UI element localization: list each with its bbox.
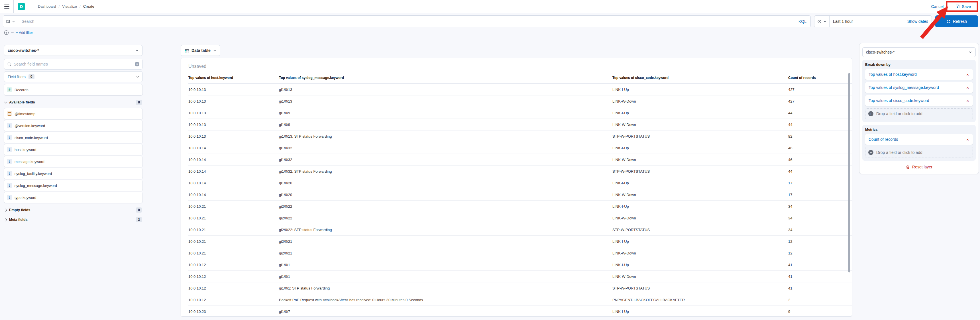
cell-cisco-code: LINK-W-Down	[612, 193, 788, 197]
chart-type-label: Data table	[191, 48, 211, 53]
remove-dimension-icon[interactable]	[966, 85, 969, 90]
metrics-group: Metrics Count of records Drop a field or…	[862, 125, 976, 161]
remove-dimension-icon[interactable]	[966, 98, 969, 103]
kql-language-button[interactable]: KQL	[799, 19, 810, 24]
cell-syslog-message: gi1/0/9	[279, 111, 612, 115]
table-row: 10.0.10.14 gi1/0/20 LINK-W-Down 17	[188, 189, 852, 201]
cell-host: 10.0.10.13	[188, 111, 279, 115]
visualization-title: Unsaved	[188, 64, 852, 69]
layer-index-pattern-select[interactable]: cisco-switches-*	[862, 47, 976, 57]
dimension-chip[interactable]: Top values of cisco_code.keyword	[865, 95, 973, 106]
number-field-icon	[7, 87, 12, 92]
cell-count: 2	[788, 298, 852, 302]
field-item[interactable]: @version.keyword	[4, 120, 143, 131]
data-table: Top values of host.keyword Top values of…	[188, 76, 852, 317]
records-field-item[interactable]: Records	[4, 84, 143, 95]
meta-fields-header[interactable]: Meta fields 3	[4, 217, 143, 222]
layer-config-panel: cisco-switches-* Break down by Top value…	[859, 43, 978, 174]
workspace: Data table Unsaved Top values of host.ke…	[181, 45, 852, 317]
cell-syslog-message: gi2/0/22: STP status Forwarding	[279, 228, 612, 232]
menu-icon[interactable]	[4, 5, 10, 8]
column-header-host[interactable]: Top values of host.keyword	[188, 76, 279, 80]
search-input[interactable]	[18, 19, 799, 24]
filter-icon[interactable]	[4, 30, 9, 35]
show-dates-button[interactable]: Show dates	[907, 19, 932, 24]
dashboard-app-logo[interactable]: D	[18, 3, 25, 10]
add-filter-button[interactable]: + Add filter	[16, 31, 33, 35]
clear-search-icon[interactable]	[135, 62, 139, 66]
metrics-label: Metrics	[865, 128, 973, 132]
table-row: 10.0.10.12 gi1/0/1 LINK-I-Up 41	[188, 259, 852, 271]
field-name: @timestamp	[14, 112, 35, 116]
vertical-scrollbar[interactable]	[848, 73, 850, 272]
cell-cisco-code: LINK-W-Down	[612, 216, 788, 220]
cell-host: 10.0.10.21	[188, 251, 279, 255]
breadcrumb: Dashboard Visualize Create	[38, 4, 94, 8]
cell-cisco-code: STP-W-PORTSTATUS	[612, 228, 788, 232]
cell-host: 10.0.10.14	[188, 158, 279, 162]
table-row: 10.0.10.21 gi2/0/22 LINK-I-Up 34	[188, 201, 852, 212]
available-fields-count: 8	[136, 100, 142, 105]
field-search-input[interactable]	[14, 62, 132, 66]
field-item[interactable]: syslog_message.keyword	[4, 180, 143, 191]
meta-fields-label: Meta fields	[9, 218, 28, 222]
dimension-label: Top values of cisco_code.keyword	[869, 98, 929, 103]
refresh-button-label: Refresh	[953, 19, 967, 24]
field-item[interactable]: @timestamp	[4, 108, 143, 119]
quick-time-menu[interactable]	[815, 16, 829, 27]
remove-dimension-icon[interactable]	[966, 72, 969, 77]
dimension-chip[interactable]: Top values of syslog_message.keyword	[865, 82, 973, 93]
remove-dimension-icon[interactable]	[966, 137, 969, 142]
saved-query-menu[interactable]	[3, 16, 18, 27]
dimension-chip[interactable]: Top values of host.keyword	[865, 69, 973, 80]
field-type-icon	[7, 111, 12, 116]
field-item[interactable]: message.keyword	[4, 156, 143, 167]
field-type-icon	[7, 159, 12, 164]
chevron-down-icon	[213, 49, 216, 52]
breadcrumb-dashboard[interactable]: Dashboard	[38, 4, 56, 8]
saved-query-icon	[6, 19, 10, 24]
cell-cisco-code: PNPAGENT-I-BACKOFFCALLBACKAFTER	[612, 298, 788, 302]
empty-fields-header[interactable]: Empty fields 0	[4, 207, 143, 213]
column-header-cisco-code[interactable]: Top values of cisco_code.keyword	[612, 76, 788, 80]
field-item[interactable]: type.keyword	[4, 192, 143, 203]
nav-divider	[13, 0, 14, 13]
reset-layer-button[interactable]: Reset layer	[862, 165, 976, 169]
metrics-drop-zone[interactable]: Drop a field or click to add	[865, 147, 973, 158]
field-item[interactable]: syslog_facility.keyword	[4, 168, 143, 179]
cell-host: 10.0.10.23	[188, 309, 279, 314]
cell-cisco-code: STP-W-PORTSTATUS	[612, 169, 788, 174]
field-item[interactable]: cisco_code.keyword	[4, 132, 143, 143]
index-pattern-select[interactable]: cisco-switches-*	[4, 45, 143, 56]
column-header-syslog-message[interactable]: Top values of syslog_message.keyword	[279, 76, 612, 80]
breadcrumb-visualize[interactable]: Visualize	[62, 4, 77, 8]
cell-count: 44	[788, 169, 852, 174]
refresh-button[interactable]: Refresh	[935, 15, 978, 27]
table-row: 10.0.10.13 gi1/0/9 LINK-I-Up 44	[188, 107, 852, 119]
time-range-value[interactable]: Last 1 hour	[829, 19, 907, 24]
table-row: 10.0.10.21 gi2/0/21 LINK-W-Down 12	[188, 247, 852, 259]
cell-cisco-code: LINK-W-Down	[612, 158, 788, 162]
available-fields-header[interactable]: Available fields 8	[4, 100, 143, 105]
table-body: 10.0.10.13 gi1/0/13 LINK-I-Up 427 10.0.1…	[188, 84, 852, 317]
field-search-box	[4, 59, 143, 70]
cell-count: 41	[788, 263, 852, 267]
cancel-button[interactable]: Cancel	[931, 4, 943, 9]
empty-fields-label: Empty fields	[9, 208, 30, 212]
chart-type-switcher[interactable]: Data table	[181, 45, 220, 56]
records-label: Records	[14, 88, 28, 92]
field-filters-toggle[interactable]: Field filters 0	[4, 71, 143, 82]
filter-bar: + Add filter	[4, 30, 33, 35]
dimension-label: Top values of host.keyword	[869, 72, 917, 76]
field-type-icon	[7, 147, 12, 152]
breakdown-dimensions: Top values of host.keyword Top values of…	[865, 69, 973, 106]
breakdown-drop-zone[interactable]: Drop a field or click to add	[865, 108, 973, 119]
field-item[interactable]: host.keyword	[4, 144, 143, 155]
column-header-count[interactable]: Count of records	[788, 76, 852, 80]
cell-host: 10.0.10.21	[188, 216, 279, 220]
cell-cisco-code: LINK-I-Up	[612, 146, 788, 150]
dimension-chip[interactable]: Count of records	[865, 134, 973, 145]
cell-syslog-message: gi1/0/32	[279, 146, 612, 150]
cell-syslog-message: gi1/0/13: STP status Forwarding	[279, 134, 612, 139]
save-button[interactable]: Save	[952, 3, 974, 11]
